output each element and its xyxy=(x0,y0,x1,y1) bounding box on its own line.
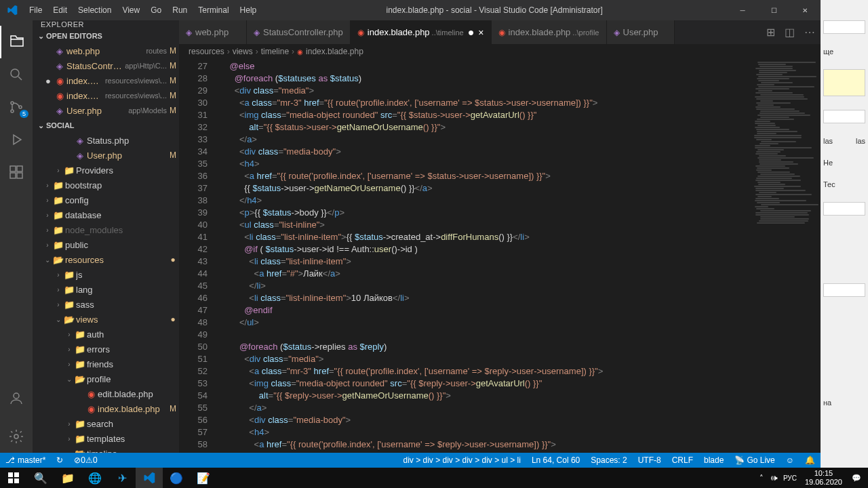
search-taskbar-icon[interactable]: 🔍 xyxy=(27,468,54,488)
editor-tab[interactable]: ◈User.php xyxy=(607,20,675,44)
tray-chevron[interactable]: ˄ xyxy=(755,474,768,483)
git-sync[interactable]: ↻ xyxy=(51,453,68,468)
tree-item[interactable]: ›📁config xyxy=(33,192,179,207)
editor-tab[interactable]: ◉index.blade.php..\timeline●× xyxy=(351,20,492,44)
dom-path[interactable]: div > div > div > div > div > ul > li xyxy=(397,453,526,468)
app-icon xyxy=(0,5,24,16)
editor-tab[interactable]: ◈StatusController.php xyxy=(247,20,351,44)
debug-icon[interactable] xyxy=(0,123,33,156)
tree-item[interactable]: ◈Status.php xyxy=(33,133,179,148)
breadcrumb[interactable]: resources› views› timeline› ◉index.blade… xyxy=(179,44,821,59)
maximize-button[interactable]: ☐ xyxy=(758,0,789,20)
taskbar: 🔍 📁 🌐 ✈ 🔵 📝 ˄ 🕪 РУС 10:15 19.06.2020 💬 xyxy=(0,468,868,488)
open-editors-header[interactable]: ⌄OPEN EDITORS xyxy=(33,28,179,43)
ln-col[interactable]: Ln 64, Col 60 xyxy=(526,453,585,468)
eol[interactable]: CRLF xyxy=(667,453,698,468)
tree-item[interactable]: ◈User.phpM xyxy=(33,148,179,163)
open-editor-item[interactable]: ◉index.blade.phpresources\views\...M xyxy=(33,88,179,103)
scm-badge: 5 xyxy=(20,110,28,118)
tree-item[interactable]: ›📁Providers xyxy=(33,163,179,178)
tree-item[interactable]: ⌄📂timeline xyxy=(33,446,179,453)
accounts-icon[interactable] xyxy=(0,382,33,415)
tray-lang[interactable]: РУС xyxy=(781,474,800,482)
go-live[interactable]: 📡 Go Live xyxy=(729,453,780,468)
background-window: ще laslas Не Тес на xyxy=(821,0,868,468)
status-bar: ⎇ master* ↻ ⊘ 0 ⚠ 0 div > div > div > di… xyxy=(0,453,821,468)
svg-rect-13 xyxy=(14,479,19,483)
tree-item[interactable]: ›📁public xyxy=(33,237,179,252)
menu-go[interactable]: Go xyxy=(145,0,167,20)
tree-item[interactable]: ›📁node_modules xyxy=(33,222,179,237)
svg-rect-4 xyxy=(10,166,16,171)
svg-rect-10 xyxy=(8,472,13,477)
tray-network[interactable]: 🕪 xyxy=(768,474,781,482)
explorer-icon[interactable] xyxy=(0,26,33,58)
code-area[interactable]: 2728293031323334353637383940414243444546… xyxy=(179,59,821,453)
extensions-icon[interactable] xyxy=(0,156,33,188)
menu-terminal[interactable]: Terminal xyxy=(193,0,234,20)
tree-item[interactable]: ⌄📂views● xyxy=(33,312,179,327)
open-editor-item[interactable]: ◈User.phpapp\ModelsM xyxy=(33,103,179,118)
tree-item[interactable]: ⌄📂profile xyxy=(33,371,179,386)
encoding[interactable]: UTF-8 xyxy=(633,453,667,468)
open-editor-item[interactable]: ◈web.phproutesM xyxy=(33,43,179,58)
split-icon[interactable]: ◫ xyxy=(785,26,795,39)
notepad-icon[interactable]: 📝 xyxy=(190,468,217,488)
search-icon[interactable] xyxy=(0,58,33,91)
close-button[interactable]: ✕ xyxy=(789,0,821,20)
menu-view[interactable]: View xyxy=(117,0,145,20)
tree-item[interactable]: ⌄📂resources● xyxy=(33,252,179,267)
spaces[interactable]: Spaces: 2 xyxy=(585,453,632,468)
editor-tab[interactable]: ◉index.blade.php..\profile xyxy=(492,20,607,44)
vscode-taskbar-icon[interactable] xyxy=(136,468,163,488)
feedback[interactable]: ☺ xyxy=(781,453,800,468)
tree-item[interactable]: ›📁friends xyxy=(33,357,179,371)
minimize-button[interactable]: ─ xyxy=(727,0,758,20)
svg-rect-5 xyxy=(17,166,22,171)
titlebar: File Edit Selection View Go Run Terminal… xyxy=(0,0,821,20)
start-button[interactable] xyxy=(0,468,27,488)
tree-item[interactable]: ›📁errors xyxy=(33,342,179,357)
tree-item[interactable]: ›📁js xyxy=(33,267,179,282)
language-mode[interactable]: blade xyxy=(698,453,729,468)
tree-item[interactable]: ›📁bootstrap xyxy=(33,178,179,192)
editor-tab[interactable]: ◈web.php xyxy=(179,20,247,44)
compare-icon[interactable]: ⊞ xyxy=(766,26,775,39)
menu-file[interactable]: File xyxy=(24,0,47,20)
scm-icon[interactable]: 5 xyxy=(0,91,33,123)
action-center[interactable]: 💬 xyxy=(848,474,865,483)
svg-point-2 xyxy=(11,110,14,113)
telegram-icon[interactable]: ✈ xyxy=(108,468,136,488)
svg-rect-12 xyxy=(8,479,13,483)
clock[interactable]: 10:15 19.06.2020 xyxy=(800,469,848,487)
menu-run[interactable]: Run xyxy=(167,0,193,20)
svg-point-9 xyxy=(14,434,18,439)
tree-item[interactable]: ›📁database xyxy=(33,207,179,222)
tree-item[interactable]: ›📁templates xyxy=(33,431,179,446)
tree-item[interactable]: ›📁sass xyxy=(33,297,179,312)
tree-item[interactable]: ◉edit.blade.php xyxy=(33,386,179,401)
svg-point-0 xyxy=(11,69,19,77)
notifications[interactable]: 🔔 xyxy=(800,453,821,468)
explorer-header: EXPLORER xyxy=(33,20,179,28)
tree-item[interactable]: ›📁lang xyxy=(33,282,179,297)
more-icon[interactable]: ⋯ xyxy=(804,26,815,39)
open-editor-item[interactable]: ●◉index.blade.phpresources\views\...M xyxy=(33,73,179,88)
problems[interactable]: ⊘ 0 ⚠ 0 xyxy=(68,453,102,468)
menu-edit[interactable]: Edit xyxy=(47,0,73,20)
minimap[interactable] xyxy=(753,59,821,453)
chrome-icon[interactable]: 🔵 xyxy=(163,468,190,488)
edge-icon[interactable]: 🌐 xyxy=(81,468,108,488)
file-explorer-icon[interactable]: 📁 xyxy=(54,468,81,488)
settings-icon[interactable] xyxy=(0,420,33,453)
tree-item[interactable]: ›📁search xyxy=(33,416,179,431)
svg-point-1 xyxy=(11,102,14,104)
menu-selection[interactable]: Selection xyxy=(73,0,117,20)
tree-item[interactable]: ›📁auth xyxy=(33,327,179,342)
tree-item[interactable]: ◉index.blade.phpM xyxy=(33,401,179,416)
git-branch[interactable]: ⎇ master* xyxy=(0,453,51,468)
social-header[interactable]: ⌄SOCIAL xyxy=(33,118,179,133)
svg-rect-6 xyxy=(10,173,16,178)
menu-help[interactable]: Help xyxy=(235,0,262,20)
open-editor-item[interactable]: ◈StatusController.phpapp\Http\C...M xyxy=(33,58,179,73)
